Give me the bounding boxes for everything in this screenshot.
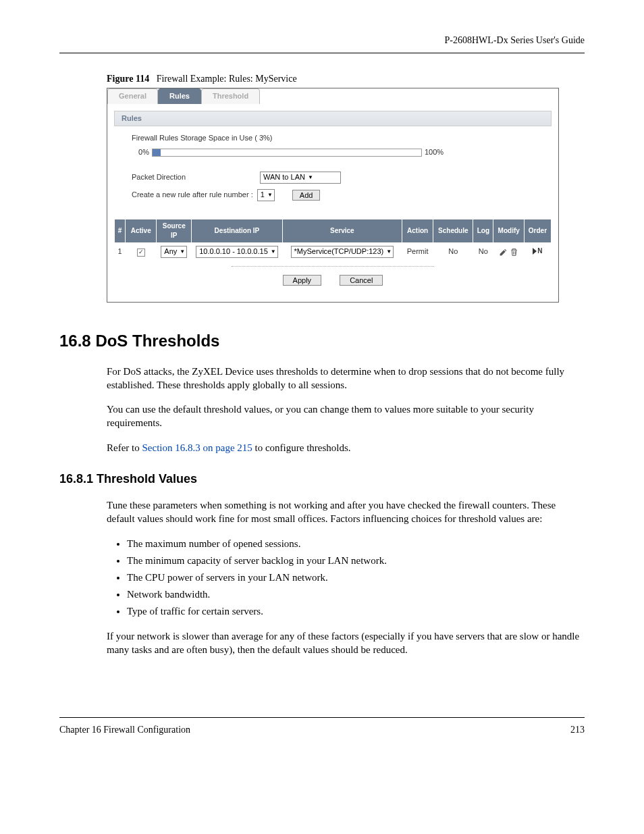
active-checkbox[interactable]: ✓ bbox=[137, 249, 145, 257]
dest-ip-select[interactable]: 10.0.0.10 - 10.0.0.15 ▼ bbox=[196, 246, 277, 258]
para-16-8-3: Refer to Section 16.8.3 on page 215 to c… bbox=[107, 441, 585, 454]
para-prefix: Refer to bbox=[107, 442, 142, 453]
panel-title: Rules bbox=[114, 111, 552, 126]
dest-ip-value: 10.0.0.10 - 10.0.0.15 bbox=[199, 246, 268, 257]
progress-right-label: 100% bbox=[422, 147, 444, 157]
page-header: P-2608HWL-Dx Series User's Guide bbox=[59, 34, 585, 53]
footer-left: Chapter 16 Firewall Configuration bbox=[59, 723, 190, 737]
create-rule-label: Create a new rule after rule number : bbox=[132, 190, 253, 200]
rules-table: # Active Source IP Destination IP Servic… bbox=[114, 219, 552, 261]
list-item: The minimum capacity of server backlog i… bbox=[127, 554, 585, 568]
tab-bar: General Rules Threshold bbox=[107, 88, 558, 103]
progress-left-label: 0% bbox=[132, 147, 152, 157]
col-dest-ip: Destination IP bbox=[192, 219, 283, 242]
tab-rules[interactable]: Rules bbox=[158, 88, 201, 103]
figure-caption: Figure 114 Firewall Example: Rules: MySe… bbox=[107, 72, 585, 86]
heading-16-8: 16.8 DoS Thresholds bbox=[59, 330, 585, 353]
col-schedule: Schedule bbox=[433, 219, 473, 242]
list-item: Type of traffic for certain servers. bbox=[127, 604, 585, 619]
heading-16-8-1: 16.8.1 Threshold Values bbox=[59, 471, 585, 488]
divider bbox=[232, 266, 434, 267]
packet-direction-select[interactable]: WAN to LAN ▼ bbox=[260, 172, 341, 184]
figure-number: Figure 114 bbox=[107, 74, 149, 84]
packet-direction-label: Packet Direction bbox=[132, 172, 260, 182]
trash-icon[interactable] bbox=[510, 248, 518, 257]
threshold-factors-list: The maximum number of opened sessions. T… bbox=[127, 537, 585, 619]
edit-icon[interactable] bbox=[499, 248, 508, 257]
list-item: The CPU power of servers in your LAN net… bbox=[127, 571, 585, 585]
col-log: Log bbox=[473, 219, 493, 242]
table-row: 1 ✓ Any ▼ 10.0.0.10 - 10.0.0.15 ▼ bbox=[115, 242, 552, 261]
cell-log: No bbox=[473, 242, 493, 261]
source-ip-select[interactable]: Any ▼ bbox=[161, 246, 187, 258]
cell-num: 1 bbox=[115, 242, 126, 261]
service-value: *MyService(TCP/UDP:123) bbox=[294, 246, 384, 257]
add-button[interactable]: Add bbox=[292, 190, 321, 201]
para-16-8-2: You can use the default threshold values… bbox=[107, 402, 585, 430]
tab-threshold[interactable]: Threshold bbox=[201, 88, 260, 103]
col-service: Service bbox=[282, 219, 402, 242]
tab-general[interactable]: General bbox=[107, 88, 158, 103]
page-footer: Chapter 16 Firewall Configuration 213 bbox=[59, 717, 585, 737]
cell-action: Permit bbox=[402, 242, 433, 261]
packet-direction-value: WAN to LAN bbox=[263, 172, 305, 182]
storage-label: Firewall Rules Storage Space in Use ( 3%… bbox=[132, 133, 534, 143]
para-16-8-1-1: Tune these parameters when something is … bbox=[107, 498, 585, 526]
col-action: Action bbox=[402, 219, 433, 242]
figure-title: Firewall Example: Rules: MyService bbox=[157, 74, 297, 84]
progress-bar bbox=[152, 149, 422, 157]
rule-number-value: 1 bbox=[261, 190, 265, 200]
figure-screenshot: General Rules Threshold Rules Firewall R… bbox=[107, 88, 559, 303]
col-num: # bbox=[115, 219, 126, 242]
col-active: Active bbox=[126, 219, 157, 242]
footer-right: 213 bbox=[570, 723, 585, 737]
chevron-down-icon: ▼ bbox=[386, 248, 392, 255]
order-letter: N bbox=[537, 246, 542, 256]
progress-fill bbox=[153, 149, 161, 156]
list-item: The maximum number of opened sessions. bbox=[127, 537, 585, 551]
triangle-right-icon bbox=[533, 248, 537, 255]
col-order: Order bbox=[524, 219, 551, 242]
para-16-8-1-2: If your network is slower than average f… bbox=[107, 629, 585, 657]
para-16-8-1: For DoS attacks, the ZyXEL Device uses t… bbox=[107, 365, 585, 392]
col-modify: Modify bbox=[493, 219, 524, 242]
rule-number-select[interactable]: 1 ▼ bbox=[257, 189, 275, 201]
order-move-icon[interactable]: N bbox=[533, 246, 542, 256]
chevron-down-icon: ▼ bbox=[308, 174, 313, 181]
para-suffix: to configure thresholds. bbox=[252, 442, 351, 453]
service-select[interactable]: *MyService(TCP/UDP:123) ▼ bbox=[291, 246, 394, 258]
list-item: Network bandwidth. bbox=[127, 588, 585, 602]
chevron-down-icon: ▼ bbox=[271, 248, 276, 255]
section-link[interactable]: Section 16.8.3 on page 215 bbox=[142, 442, 252, 453]
col-source-ip: Source IP bbox=[157, 219, 192, 242]
chevron-down-icon: ▼ bbox=[180, 248, 185, 255]
cell-schedule: No bbox=[433, 242, 473, 261]
cancel-button[interactable]: Cancel bbox=[340, 275, 383, 286]
chevron-down-icon: ▼ bbox=[267, 191, 273, 199]
apply-button[interactable]: Apply bbox=[283, 275, 322, 286]
source-ip-value: Any bbox=[164, 246, 177, 257]
